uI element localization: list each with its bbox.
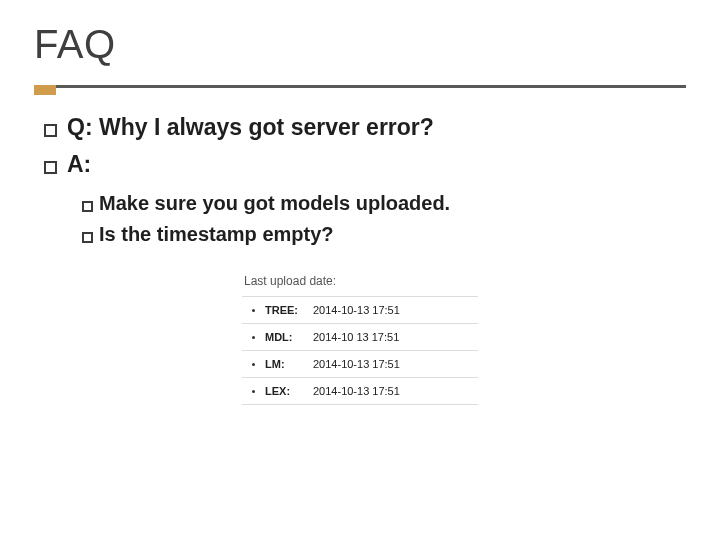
page-title: FAQ (34, 22, 686, 67)
dot-bullet-icon (252, 390, 255, 393)
faq-answer-text: A: (67, 151, 91, 178)
faq-answer-item: Make sure you got models uploaded. (82, 192, 686, 215)
dot-bullet-icon (252, 336, 255, 339)
upload-date-value: 2014-10 13 17:51 (313, 331, 399, 343)
dot-bullet-icon (252, 363, 255, 366)
title-rule (34, 85, 686, 88)
upload-date-label: MDL: (265, 331, 313, 343)
upload-date-label: LM: (265, 358, 313, 370)
upload-date-panel: Last upload date: TREE: 2014-10-13 17:51… (242, 274, 478, 405)
faq-question: Q: Why I always got server error? (44, 114, 686, 141)
upload-date-value: 2014-10-13 17:51 (313, 385, 400, 397)
upload-date-label: LEX: (265, 385, 313, 397)
faq-answer: A: (44, 151, 686, 178)
upload-date-row: LEX: 2014-10-13 17:51 (242, 377, 478, 405)
square-bullet-icon (44, 124, 57, 137)
upload-date-row: LM: 2014-10-13 17:51 (242, 350, 478, 377)
upload-date-value: 2014-10-13 17:51 (313, 358, 400, 370)
square-bullet-icon (82, 232, 93, 243)
upload-date-value: 2014-10-13 17:51 (313, 304, 400, 316)
dot-bullet-icon (252, 309, 255, 312)
upload-date-label: TREE: (265, 304, 313, 316)
faq-answer-item-text: Make sure you got models uploaded. (99, 192, 450, 215)
upload-date-heading: Last upload date: (242, 274, 478, 288)
faq-answer-item-text: Is the timestamp empty? (99, 223, 334, 246)
faq-question-text: Q: Why I always got server error? (67, 114, 434, 141)
square-bullet-icon (44, 161, 57, 174)
upload-date-row: TREE: 2014-10-13 17:51 (242, 296, 478, 323)
upload-date-row: MDL: 2014-10 13 17:51 (242, 323, 478, 350)
square-bullet-icon (82, 201, 93, 212)
faq-answer-item: Is the timestamp empty? (82, 223, 686, 246)
